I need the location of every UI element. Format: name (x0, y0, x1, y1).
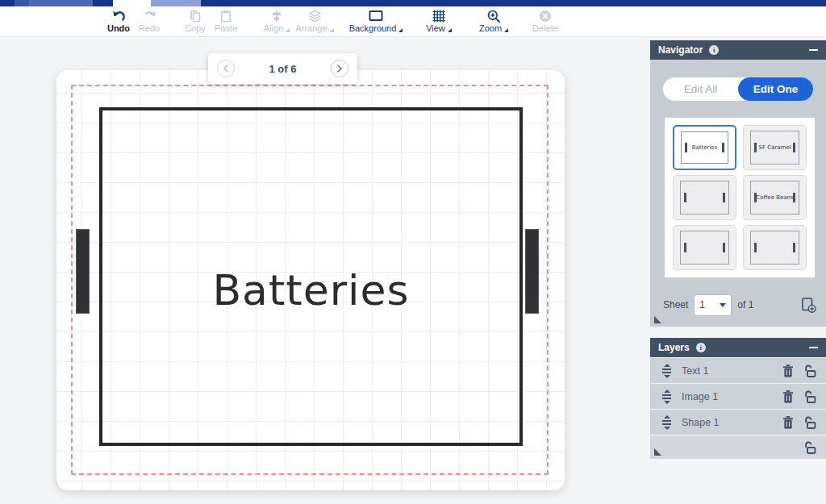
arrange-dropdown-caret (330, 28, 334, 32)
view-dropdown-caret (448, 28, 452, 32)
info-icon[interactable]: i (696, 343, 706, 352)
layers-title: Layers (658, 342, 690, 353)
zoom-button[interactable]: Zoom (476, 9, 511, 36)
delete-circle-x-icon (539, 9, 552, 23)
collapse-panel-icon[interactable] (809, 347, 818, 348)
paste-button[interactable]: Paste (210, 9, 242, 36)
navigator-panel: Navigator i Edit All Edit One Batteries (650, 40, 826, 327)
lock-layer-button[interactable] (803, 390, 816, 403)
thumbnail-blank-5[interactable] (673, 225, 736, 270)
tab-strip-segment (113, 0, 151, 6)
reorder-handle-icon[interactable] (661, 415, 672, 430)
chevron-right-icon (336, 65, 343, 73)
delete-button[interactable]: Delete (528, 9, 563, 36)
canvas-workspace: Batteries 1 of 6 Navigator i Edit All Ed… (0, 37, 826, 504)
tab-strip-segment (151, 0, 201, 6)
redo-icon (143, 9, 156, 23)
thumb-handle-shape (723, 193, 725, 202)
reorder-handle-icon[interactable] (661, 364, 672, 378)
undo-icon (112, 9, 126, 23)
thumbnail-batteries[interactable]: Batteries (673, 125, 736, 170)
next-label-button[interactable] (331, 60, 348, 77)
lock-layer-button[interactable] (803, 364, 816, 377)
delete-layer-button[interactable] (782, 416, 794, 429)
thumbnail-blank-6[interactable] (743, 225, 807, 270)
delete-layer-button[interactable] (782, 364, 794, 377)
label-thumbnails-grid: Batteries SF Caramel (665, 118, 815, 277)
trash-icon (782, 390, 794, 403)
sheet-selector-row: Sheet 1 of 1 (663, 294, 816, 316)
zoom-label: Zoom (479, 23, 502, 33)
view-button[interactable]: View (421, 9, 457, 36)
undo-label: Undo (107, 23, 130, 33)
add-sheet-button[interactable] (800, 297, 816, 313)
tab-strip-segment (15, 0, 29, 6)
copy-icon (189, 9, 202, 23)
thumb-handle-shape (723, 243, 725, 252)
thumb-handle-shape (754, 193, 757, 202)
tab-strip-segment (29, 0, 93, 6)
unlock-icon (803, 364, 816, 377)
edit-all-button[interactable]: Edit All (663, 77, 738, 101)
layer-row-text-1[interactable]: Text 1 (650, 358, 826, 383)
label-right-handle-shape[interactable] (525, 229, 539, 314)
thumbnail-label-preview: Batteries (681, 131, 728, 164)
layers-panel: Layers i Text 1 Image 1 (650, 338, 826, 460)
align-dropdown-caret (286, 28, 290, 32)
align-icon (270, 9, 283, 23)
sheet-label: Sheet (663, 299, 688, 310)
thumbnail-sf-caramel[interactable]: SF Caramel (743, 125, 807, 170)
navigator-body: Edit All Edit One Batteries SF Caramel (650, 60, 826, 327)
align-button[interactable]: Align (259, 9, 294, 36)
lock-all-button[interactable] (803, 441, 816, 454)
layer-row-image-1[interactable]: Image 1 (650, 384, 826, 409)
paste-label: Paste (215, 23, 237, 33)
redo-button[interactable]: Redo (133, 9, 165, 36)
copy-button[interactable]: Copy (179, 9, 211, 36)
edit-one-button[interactable]: Edit One (738, 77, 813, 101)
previous-label-button[interactable] (217, 60, 235, 77)
delete-layer-button[interactable] (782, 390, 794, 403)
sheet-number-dropdown[interactable]: 1 (694, 294, 732, 316)
navigator-panel-header[interactable]: Navigator i (650, 40, 826, 60)
chevron-down-icon (720, 303, 726, 307)
collapse-panel-icon[interactable] (809, 49, 818, 51)
label-left-handle-shape[interactable] (76, 229, 90, 314)
layer-row-shape-1[interactable]: Shape 1 (650, 410, 826, 435)
view-label: View (426, 23, 445, 33)
lock-layer-button[interactable] (803, 416, 816, 429)
canvas-text-object[interactable]: Batteries (99, 266, 523, 314)
thumb-handle-shape (684, 193, 686, 202)
redo-label: Redo (139, 23, 160, 33)
pager-position-text: 1 of 6 (269, 63, 297, 75)
thumbnail-text: Batteries (692, 144, 718, 151)
delete-label: Delete (532, 23, 558, 33)
trash-icon (782, 416, 794, 429)
layers-panel-header[interactable]: Layers i (650, 338, 826, 357)
view-grid-icon (432, 9, 445, 23)
chevron-left-icon (223, 65, 229, 73)
paste-icon (219, 9, 232, 23)
background-button[interactable]: Background (349, 9, 403, 36)
unlock-icon (803, 390, 816, 403)
zoom-magnifier-icon (487, 9, 500, 23)
thumb-handle-shape (754, 143, 757, 152)
undo-button[interactable]: Undo (102, 9, 135, 36)
thumb-handle-shape (684, 243, 686, 252)
layer-name: Shape 1 (682, 417, 720, 428)
arrange-button[interactable]: Arrange (294, 9, 336, 36)
edit-mode-toggle: Edit All Edit One (663, 77, 813, 101)
unlock-icon (803, 416, 816, 429)
thumbnail-coffee-beans[interactable]: Coffee Beans (743, 175, 807, 220)
panel-resize-handle[interactable] (654, 316, 661, 323)
thumbnail-blank-3[interactable] (673, 175, 736, 220)
panel-resize-handle[interactable] (654, 448, 661, 456)
label-sheet[interactable]: Batteries (56, 70, 565, 490)
thumbnail-label-preview (680, 181, 729, 215)
thumb-handle-shape (722, 143, 724, 152)
thumbnail-text: Coffee Beans (756, 194, 793, 201)
sheet-of-label: of 1 (737, 299, 753, 310)
info-icon[interactable]: i (709, 45, 719, 55)
browser-tab-strip (0, 0, 826, 6)
reorder-handle-icon[interactable] (661, 389, 672, 404)
